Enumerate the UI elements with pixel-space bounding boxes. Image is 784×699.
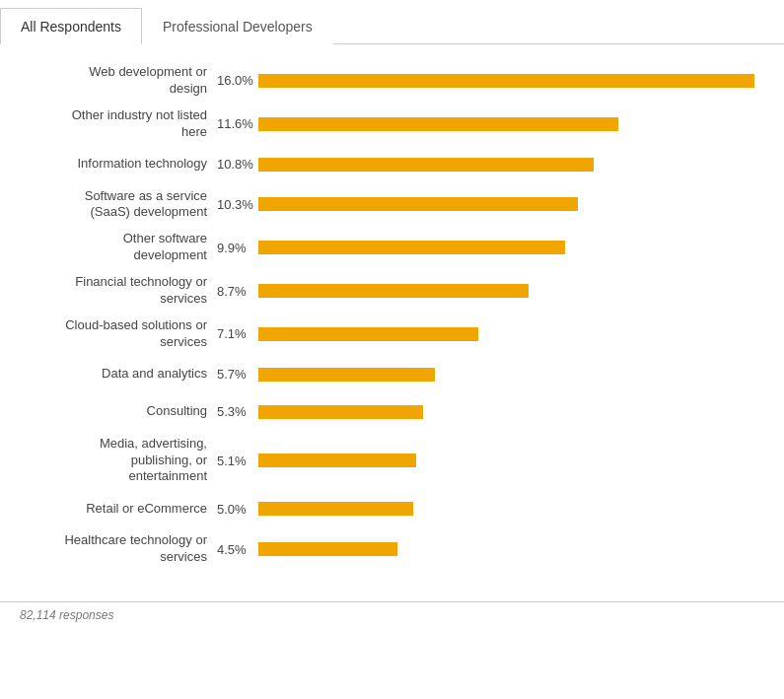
bar-track: [258, 327, 754, 341]
row-value: 5.3%: [217, 404, 258, 419]
value-and-bar: 8.7%: [217, 284, 754, 299]
value-and-bar: 5.7%: [217, 367, 754, 382]
chart-row: Financial technology orservices8.7%: [20, 274, 754, 308]
row-label: Information technology: [20, 156, 217, 173]
chart-row: Web development ordesign16.0%: [20, 64, 754, 98]
value-and-bar: 5.3%: [217, 404, 754, 419]
row-value: 4.5%: [217, 542, 258, 557]
tabs-container: All RespondentsProfessional Developers: [0, 0, 784, 44]
bar-fill: [258, 197, 578, 211]
row-label: Cloud-based solutions orservices: [20, 317, 217, 351]
value-and-bar: 11.6%: [217, 116, 754, 131]
bar-track: [258, 241, 754, 254]
bar-fill: [258, 241, 565, 254]
row-value: 5.7%: [217, 367, 258, 382]
value-and-bar: 10.3%: [217, 197, 754, 212]
chart-row: Healthcare technology orservices4.5%: [20, 532, 754, 566]
tab-professional-developers[interactable]: Professional Developers: [142, 8, 333, 44]
row-value: 10.3%: [217, 197, 258, 212]
bar-fill: [258, 117, 618, 131]
row-value: 5.0%: [217, 502, 258, 517]
bar-fill: [258, 74, 754, 88]
row-label: Financial technology orservices: [20, 274, 217, 308]
bar-track: [258, 117, 754, 131]
row-value: 9.9%: [217, 241, 258, 255]
bar-track: [258, 284, 754, 298]
value-and-bar: 10.8%: [217, 157, 754, 172]
row-label: Retail or eCommerce: [20, 501, 217, 518]
bar-fill: [258, 405, 423, 419]
value-and-bar: 9.9%: [217, 241, 754, 255]
row-label: Media, advertising,publishing, orenterta…: [20, 436, 217, 486]
row-value: 10.8%: [217, 157, 258, 172]
value-and-bar: 16.0%: [217, 73, 754, 88]
row-value: 8.7%: [217, 284, 258, 299]
row-label: Healthcare technology orservices: [20, 532, 217, 566]
row-value: 7.1%: [217, 326, 258, 341]
bar-track: [258, 454, 754, 467]
value-and-bar: 5.1%: [217, 454, 754, 468]
row-label: Other industry not listedhere: [20, 107, 217, 141]
row-value: 11.6%: [217, 116, 258, 131]
row-label: Data and analytics: [20, 366, 217, 383]
row-label: Consulting: [20, 403, 217, 420]
responses-note: 82,114 responses: [0, 601, 784, 622]
tab-all-respondents[interactable]: All Respondents: [0, 8, 142, 44]
bar-track: [258, 368, 754, 382]
value-and-bar: 7.1%: [217, 326, 754, 341]
row-value: 5.1%: [217, 454, 258, 468]
bar-track: [258, 405, 754, 419]
row-label: Other softwaredevelopment: [20, 231, 217, 264]
chart-row: Other industry not listedhere11.6%: [20, 107, 754, 141]
bar-fill: [258, 368, 435, 382]
bar-fill: [258, 502, 413, 516]
bar-track: [258, 74, 754, 88]
chart-row: Data and analytics5.7%: [20, 361, 754, 388]
chart-row: Cloud-based solutions orservices7.1%: [20, 317, 754, 351]
value-and-bar: 4.5%: [217, 542, 754, 557]
row-value: 16.0%: [217, 73, 258, 88]
bar-track: [258, 542, 754, 556]
bar-fill: [258, 284, 529, 298]
row-label: Web development ordesign: [20, 64, 217, 98]
chart-row: Information technology10.8%: [20, 151, 754, 178]
bar-fill: [258, 454, 416, 467]
row-label: Software as a service(SaaS) development: [20, 188, 217, 222]
bar-fill: [258, 158, 594, 172]
chart-row: Media, advertising,publishing, orenterta…: [20, 436, 754, 486]
chart-row: Software as a service(SaaS) development1…: [20, 188, 754, 222]
bar-track: [258, 197, 754, 211]
bar-fill: [258, 542, 397, 556]
bar-track: [258, 502, 754, 516]
bar-fill: [258, 327, 478, 341]
chart-row: Consulting5.3%: [20, 398, 754, 426]
chart-container: Web development ordesign16.0%Other indus…: [0, 44, 784, 586]
chart-row: Retail or eCommerce5.0%: [20, 495, 754, 523]
value-and-bar: 5.0%: [217, 502, 754, 517]
bar-track: [258, 158, 754, 172]
chart-row: Other softwaredevelopment9.9%: [20, 231, 754, 264]
